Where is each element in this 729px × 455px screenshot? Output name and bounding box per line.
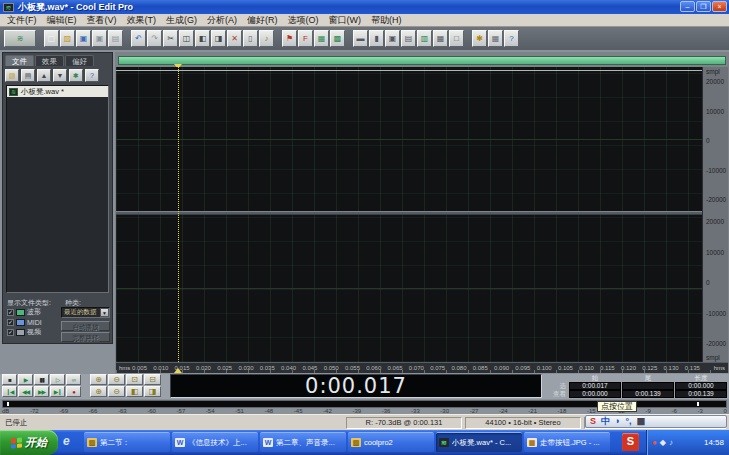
autoplay-button[interactable]: 自动播放 bbox=[61, 321, 110, 331]
toolbar-button[interactable]: □ bbox=[449, 30, 464, 47]
menu-item[interactable]: 文件(F) bbox=[2, 14, 42, 27]
filetype-checkbox-row[interactable]: ✓ 视频 bbox=[7, 328, 42, 336]
zoom-button[interactable]: ⊕ bbox=[90, 374, 107, 385]
chevron-down-icon[interactable]: ▼ bbox=[100, 308, 109, 317]
clock[interactable]: 14:58 bbox=[704, 438, 724, 447]
taskbar-task[interactable]: ▨ 第二节： bbox=[84, 432, 170, 452]
transport-button[interactable]: ❙◀ bbox=[2, 386, 17, 397]
time-display[interactable]: 0:00.017 bbox=[170, 374, 542, 398]
toolbar-button[interactable]: ▤ bbox=[108, 30, 123, 47]
transport-button[interactable]: ▷ bbox=[50, 374, 65, 385]
amplitude-ruler[interactable]: smpl 20000100000-10000-20000 20000100000… bbox=[702, 67, 728, 362]
menu-item[interactable]: 偏好(R) bbox=[242, 14, 283, 27]
toolbar-button[interactable]: ▦ bbox=[314, 30, 329, 47]
taskbar-task[interactable]: W 《信息技术》上... bbox=[172, 432, 258, 452]
checkbox[interactable]: ✓ bbox=[7, 319, 14, 326]
toolbar-button[interactable]: ▤ bbox=[401, 30, 416, 47]
menu-item[interactable]: 分析(A) bbox=[202, 14, 242, 27]
toolbar-button[interactable]: ▥ bbox=[417, 30, 432, 47]
taskbar-task[interactable]: ▨ coolpro2 bbox=[348, 432, 434, 452]
toolbar-button[interactable]: ♪ bbox=[259, 30, 274, 47]
organizer-tab[interactable]: 偏好 bbox=[65, 55, 94, 66]
ime-bar-icon[interactable]: S bbox=[590, 417, 596, 426]
file-list-item[interactable]: ≋ 小板凳.wav * bbox=[7, 86, 108, 97]
organizer-tab[interactable]: 文件 bbox=[5, 55, 34, 66]
transport-button[interactable]: ▶ bbox=[18, 374, 33, 385]
selection-end-value[interactable] bbox=[622, 382, 674, 390]
toolbar-button[interactable]: ◫ bbox=[179, 30, 194, 47]
menu-item[interactable]: 窗口(W) bbox=[324, 14, 367, 27]
transport-button[interactable]: ■ bbox=[2, 374, 17, 385]
toolbar-button[interactable]: ▮ bbox=[369, 30, 384, 47]
ime-bar-icon[interactable]: ▦ bbox=[637, 417, 646, 426]
transport-button[interactable]: ▶❙ bbox=[50, 386, 65, 397]
toolbar-button[interactable]: ✱ bbox=[472, 30, 487, 47]
menu-item[interactable]: 帮助(H) bbox=[366, 14, 407, 27]
filetype-checkbox-row[interactable]: ✓ 波形 bbox=[7, 308, 42, 316]
start-button[interactable]: 开始 bbox=[0, 430, 58, 455]
organizer-tool-button[interactable]: ✱ bbox=[69, 69, 83, 82]
transport-button[interactable]: ∞ bbox=[66, 374, 81, 385]
organizer-tool-button[interactable]: ▨ bbox=[5, 69, 19, 82]
organizer-tool-button[interactable]: ? bbox=[85, 69, 99, 82]
fullpath-button[interactable]: 完整路径 bbox=[61, 332, 110, 342]
timeline-ruler[interactable]: hms 0.0050.0100.0150.0200.0250.0300.0350… bbox=[116, 362, 728, 373]
toolbar-button[interactable]: ▣ bbox=[92, 30, 107, 47]
filetype-checkbox-row[interactable]: ✓ MIDI bbox=[7, 318, 42, 326]
zoom-button[interactable]: ⊕ bbox=[90, 386, 107, 397]
minimize-button[interactable]: – bbox=[680, 1, 695, 12]
selection-begin-value[interactable]: 0:00.017 bbox=[569, 382, 621, 390]
view-length-value[interactable]: 0:00.139 bbox=[675, 390, 727, 398]
zoom-button[interactable]: ⊡ bbox=[126, 374, 143, 385]
tray-antivirus-icon[interactable]: ● bbox=[652, 439, 657, 447]
toolbar-button[interactable]: ✕ bbox=[227, 30, 242, 47]
toolbar-button[interactable]: ✂ bbox=[163, 30, 178, 47]
playback-cursor[interactable] bbox=[178, 67, 179, 362]
taskbar-task[interactable]: ≋ 小板凳.wav* - C... bbox=[436, 432, 522, 452]
transport-button[interactable]: ● bbox=[66, 386, 81, 397]
zoom-button[interactable]: ⊟ bbox=[144, 374, 161, 385]
overview-bar[interactable] bbox=[118, 56, 726, 65]
transport-button[interactable]: ▶▶ bbox=[34, 386, 49, 397]
transport-button[interactable]: ◀◀ bbox=[18, 386, 33, 397]
taskbar-task[interactable]: ▦ 走带按钮.JPG - ... bbox=[524, 432, 610, 452]
taskbar-s-icon[interactable]: S bbox=[622, 433, 639, 451]
toolbar-button[interactable]: ▯ bbox=[243, 30, 258, 47]
zoom-button[interactable]: ◨ bbox=[144, 386, 161, 397]
transport-button[interactable]: ▮▮ bbox=[34, 374, 49, 385]
organizer-tool-button[interactable]: ▤ bbox=[21, 69, 35, 82]
view-begin-value[interactable]: 0:00.000 bbox=[569, 390, 621, 398]
toolbar-button[interactable]: ↶ bbox=[131, 30, 146, 47]
toolbar-button[interactable]: ▣ bbox=[76, 30, 91, 47]
ime-bar-icon[interactable]: 中 bbox=[601, 417, 610, 426]
menu-item[interactable]: 查看(V) bbox=[82, 14, 122, 27]
toolbar-button[interactable]: F bbox=[298, 30, 313, 47]
timeline-cursor-marker[interactable] bbox=[174, 368, 182, 373]
toolbar-button[interactable]: ▦ bbox=[488, 30, 503, 47]
selection-length-value[interactable]: 0:00.000 bbox=[675, 382, 727, 390]
taskbar-task[interactable]: W 第二章、声音录... bbox=[260, 432, 346, 452]
sort-dropdown[interactable]: 最近的数据 ▼ bbox=[61, 307, 110, 318]
view-end-value[interactable]: 0:00.139 bbox=[622, 390, 674, 398]
ime-bar-icon[interactable]: °, bbox=[625, 417, 631, 426]
zoom-button[interactable]: ◧ bbox=[126, 386, 143, 397]
toolbar-button[interactable]: ◨ bbox=[211, 30, 226, 47]
toolbar-button[interactable]: ⚑ bbox=[282, 30, 297, 47]
tray-volume-icon[interactable]: ♪ bbox=[669, 439, 673, 447]
toolbar-button[interactable]: ↷ bbox=[147, 30, 162, 47]
checkbox[interactable]: ✓ bbox=[7, 329, 14, 336]
ie-quicklaunch-icon[interactable]: e bbox=[63, 434, 70, 448]
toolbar-button[interactable]: ▬ bbox=[353, 30, 368, 47]
menu-item[interactable]: 选项(O) bbox=[283, 14, 324, 27]
toolbar-button[interactable]: ◧ bbox=[195, 30, 210, 47]
channel-divider[interactable] bbox=[116, 211, 702, 215]
toolbar-button[interactable]: ▣ bbox=[385, 30, 400, 47]
restore-button[interactable]: ❐ bbox=[696, 1, 711, 12]
menu-item[interactable]: 生成(G) bbox=[161, 14, 202, 27]
zoom-button[interactable]: ⊖ bbox=[108, 374, 125, 385]
toolbar-button[interactable]: ▢ bbox=[44, 30, 59, 47]
organizer-tool-button[interactable]: ▲ bbox=[37, 69, 51, 82]
ime-bar-icon[interactable]: ◗ bbox=[615, 417, 620, 426]
toolbar-button[interactable]: ≋ bbox=[4, 30, 36, 47]
file-list[interactable]: ≋ 小板凳.wav * bbox=[6, 85, 109, 293]
